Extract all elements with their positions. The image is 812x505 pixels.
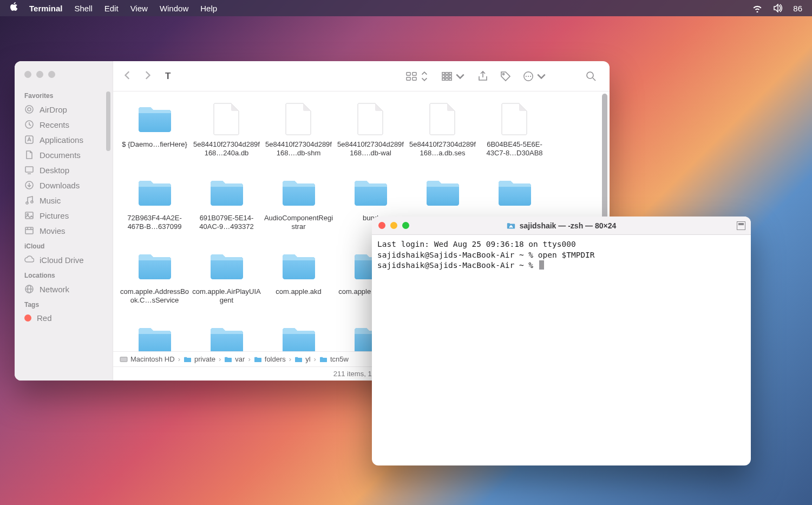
terminal-traffic-lights[interactable]	[378, 222, 409, 229]
finder-item[interactable]: com.apple.AddressBook.C…sService	[119, 248, 191, 322]
finder-item[interactable]	[263, 322, 335, 351]
folder-icon	[352, 178, 389, 208]
finder-item[interactable]: com.apple.AirPlayUIAgent	[191, 248, 263, 322]
menu-shell[interactable]: Shell	[74, 4, 92, 13]
path-item-label: private	[194, 355, 215, 363]
finder-traffic-lights[interactable]	[15, 68, 113, 88]
svg-point-34	[528, 75, 529, 76]
finder-sidebar: FavoritesAirDropRecentsApplicationsDocum…	[15, 61, 113, 381]
folder-icon	[424, 178, 461, 208]
finder-item[interactable]: 72B963F4-4A2E-467B-B…637099	[119, 175, 191, 248]
terminal-cursor	[539, 260, 544, 270]
minimize-button[interactable]	[390, 222, 397, 229]
sidebar-item-icon	[24, 195, 34, 205]
menu-help[interactable]: Help	[200, 4, 217, 13]
sidebar-header: Tags	[15, 297, 113, 311]
folder-icon	[136, 104, 173, 134]
menu-view[interactable]: View	[130, 4, 148, 13]
svg-point-7	[26, 202, 28, 204]
sidebar-item-icon	[24, 180, 34, 190]
finder-item[interactable]: $ {Daemo…fierHere}	[119, 101, 191, 175]
sidebar-item-icon	[24, 135, 34, 145]
apple-menu-icon[interactable]	[10, 2, 18, 15]
terminal-content[interactable]: Last login: Wed Aug 25 09:36:18 on ttys0…	[372, 235, 751, 465]
path-item[interactable]: folders	[254, 355, 286, 363]
battery-percent[interactable]: 86	[793, 4, 802, 13]
sidebar-item-icon	[24, 284, 34, 294]
sidebar-item-icon	[24, 104, 34, 114]
sidebar-scrollbar[interactable]	[106, 91, 110, 151]
finder-item-label: 691B079E-5E14-40AC-9…493372	[192, 214, 261, 232]
finder-item[interactable]: 5e84410f27304d289f168…240a.db	[191, 101, 263, 175]
finder-item[interactable]	[191, 322, 263, 351]
sidebar-item-applications[interactable]: Applications	[15, 132, 113, 147]
terminal-scroll-indicator[interactable]	[737, 221, 745, 230]
svg-point-33	[526, 75, 527, 76]
path-item[interactable]: tcn5w	[319, 355, 349, 363]
finder-item[interactable]: AudioComponentRegistrar	[263, 175, 335, 248]
path-item[interactable]: yl	[294, 355, 310, 363]
sidebar-header: Locations	[15, 267, 113, 281]
zoom-button[interactable]	[402, 222, 409, 229]
sidebar-item-desktop[interactable]: Desktop	[15, 162, 113, 178]
sidebar-item-airdrop[interactable]: AirDrop	[15, 102, 113, 117]
svg-point-35	[530, 75, 531, 76]
menu-window[interactable]: Window	[160, 4, 188, 13]
volume-icon[interactable]	[772, 4, 783, 12]
sidebar-item-red[interactable]: Red	[15, 311, 113, 325]
path-separator: ›	[248, 355, 250, 363]
sidebar-item-documents[interactable]: Documents	[15, 147, 113, 162]
sidebar-item-icon	[24, 120, 34, 129]
sidebar-item-downloads[interactable]: Downloads	[15, 178, 113, 193]
svg-rect-28	[442, 78, 445, 80]
wifi-icon[interactable]	[752, 4, 763, 12]
forward-button[interactable]	[142, 70, 152, 82]
finder-item[interactable]: 6B04BE45-5E6E-43C7-8…D30AB8	[479, 101, 551, 175]
group-button[interactable]	[438, 69, 469, 84]
finder-item-label: com.apple.AirPlayUIAgent	[192, 287, 261, 305]
terminal-titlebar[interactable]: sajidshaik — -zsh — 80×24	[372, 217, 751, 235]
svg-rect-30	[449, 78, 452, 80]
sidebar-item-label: Pictures	[40, 211, 69, 220]
share-button[interactable]	[474, 69, 492, 84]
svg-rect-22	[442, 72, 445, 74]
sidebar-item-movies[interactable]: Movies	[15, 223, 113, 238]
finder-item[interactable]: com.apple.akd	[263, 248, 335, 322]
sidebar-item-music[interactable]: Music	[15, 193, 113, 208]
close-button[interactable]	[378, 222, 385, 229]
menu-app-name[interactable]: Terminal	[29, 4, 62, 13]
path-item[interactable]: Macintosh HD	[120, 355, 175, 363]
svg-point-0	[25, 106, 33, 113]
menu-edit[interactable]: Edit	[104, 4, 119, 13]
finder-item[interactable]	[119, 322, 191, 351]
path-separator: ›	[289, 355, 291, 363]
sidebar-item-icloud-drive[interactable]: iCloud Drive	[15, 252, 113, 267]
svg-point-31	[503, 73, 505, 75]
finder-title: T	[165, 71, 171, 82]
finder-item[interactable]: 691B079E-5E14-40AC-9…493372	[191, 175, 263, 248]
sidebar-item-icon	[24, 255, 34, 265]
svg-point-36	[587, 72, 593, 78]
sidebar-item-recents[interactable]: Recents	[15, 117, 113, 132]
sidebar-item-pictures[interactable]: Pictures	[15, 208, 113, 223]
view-mode-button[interactable]	[403, 69, 433, 84]
search-button[interactable]	[582, 69, 600, 84]
path-item-label: folders	[265, 355, 286, 363]
back-button[interactable]	[123, 70, 133, 82]
action-button[interactable]	[520, 69, 550, 84]
sidebar-item-label: Network	[40, 285, 69, 294]
sidebar-item-label: Movies	[40, 226, 66, 235]
document-icon	[213, 103, 240, 135]
folder-icon	[208, 325, 245, 351]
document-icon	[429, 103, 456, 135]
svg-point-1	[28, 108, 31, 111]
tags-button[interactable]	[497, 69, 514, 84]
finder-item[interactable]: 5e84410f27304d289f168…a.db.ses	[407, 101, 479, 175]
sidebar-item-network[interactable]: Network	[15, 281, 113, 297]
document-icon	[357, 103, 384, 135]
folder-icon	[136, 325, 173, 351]
path-item[interactable]: private	[184, 355, 215, 363]
path-item[interactable]: var	[224, 355, 245, 363]
finder-item[interactable]: 5e84410f27304d289f168….db-wal	[335, 101, 407, 175]
finder-item[interactable]: 5e84410f27304d289f168….db-shm	[263, 101, 335, 175]
